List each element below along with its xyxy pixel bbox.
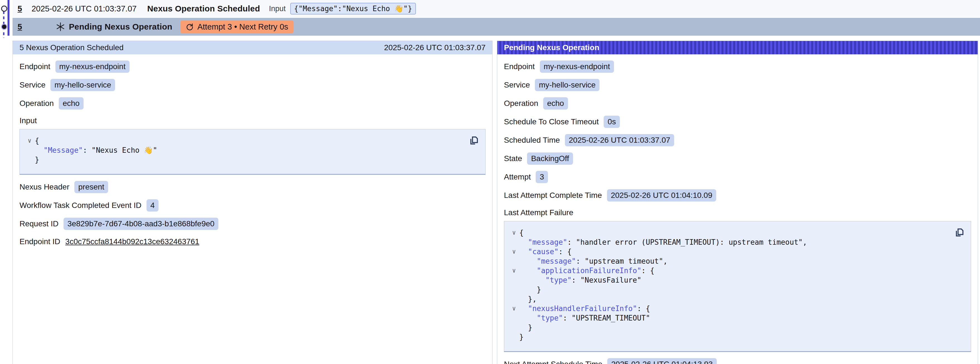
code-text: } <box>35 155 39 164</box>
field-value-chip: 2025-02-26 UTC 01:04:13.93 <box>607 358 716 364</box>
field-label: Workflow Task Completed Event ID <box>19 201 142 210</box>
code-gutter <box>509 238 519 247</box>
code-text: }, <box>519 294 537 304</box>
timeline-event-dot[interactable] <box>1 6 7 12</box>
code-text: } <box>519 323 532 332</box>
field-label: Nexus Header <box>19 182 69 192</box>
code-line: ∨ "cause": { <box>509 247 948 256</box>
field-label: Operation <box>19 99 54 108</box>
code-line: ∨ "applicationFailureInfo": { <box>509 266 948 275</box>
input-code-block: ∨{ "Message": "Nexus Echo 👋"} <box>19 129 485 175</box>
code-line: "type": "NexusFailure" <box>509 275 948 285</box>
field-row: Request ID3e829b7e-7d67-4b08-aad3-b1e868… <box>13 218 492 230</box>
field-label: Operation <box>504 99 538 108</box>
field-value-chip: 0s <box>604 116 620 128</box>
field-label: Attempt <box>504 172 531 182</box>
input-section-label: Input <box>19 116 485 125</box>
event-id-link[interactable]: 5 <box>18 4 22 13</box>
event-title: Nexus Operation Scheduled <box>147 4 260 13</box>
copy-button[interactable] <box>468 134 480 147</box>
code-gutter <box>24 155 35 164</box>
field-row: Endpointmy-nexus-endpoint <box>497 61 978 73</box>
event-timestamp: 2025-02-26 UTC 01:03:37.07 <box>32 4 137 13</box>
code-gutter <box>509 294 519 304</box>
field-value-chip: echo <box>59 97 84 110</box>
code-text: "applicationFailureInfo": { <box>519 266 654 275</box>
field-row: Workflow Task Completed Event ID4 <box>13 199 492 212</box>
code-line: "Message": "Nexus Echo 👋" <box>24 145 463 155</box>
field-value-link[interactable]: 3c0c75ccfa8144b092c13ce632463761 <box>65 237 199 246</box>
event-panel-title: 5 Nexus Operation Scheduled <box>19 43 124 52</box>
event-detail-panel: 5 Nexus Operation Scheduled 2025-02-26 U… <box>13 41 493 364</box>
code-line: }, <box>509 294 948 304</box>
field-label: Next Attempt Schedule Time <box>504 360 602 364</box>
event-input-chip: {"Message":"Nexus Echo 👋"} <box>290 3 416 14</box>
code-gutter <box>509 313 519 323</box>
field-value-chip: present <box>75 181 108 193</box>
failure-code-block: ∨{ "message": "handler error (UPSTREAM_T… <box>504 221 971 352</box>
copy-icon <box>954 227 965 238</box>
code-text: { <box>35 136 39 145</box>
code-gutter <box>509 285 519 294</box>
retry-icon <box>186 22 194 31</box>
timeline-active-bar <box>8 0 10 36</box>
json-collapse-chevron[interactable]: ∨ <box>509 247 519 256</box>
field-value-chip: 2025-02-26 UTC 01:03:37.07 <box>565 134 674 146</box>
pending-panel-header: Pending Nexus Operation <box>497 41 978 54</box>
field-row: StateBackingOff <box>497 152 978 165</box>
field-label: Request ID <box>19 219 59 228</box>
code-gutter <box>24 145 35 155</box>
code-text: "type": "NexusFailure" <box>519 275 641 285</box>
code-text: "message": "handler error (UPSTREAM_TIME… <box>519 238 807 247</box>
timeline-pending-dot[interactable] <box>1 24 7 30</box>
code-text: "cause": { <box>519 247 572 256</box>
field-row: Scheduled Time2025-02-26 UTC 01:03:37.07 <box>497 134 978 146</box>
failure-section-label: Last Attempt Failure <box>504 208 971 217</box>
field-row: Operationecho <box>497 97 978 110</box>
code-line: } <box>509 285 948 294</box>
code-text: } <box>519 285 541 294</box>
field-value-chip: my-nexus-endpoint <box>540 61 614 73</box>
json-collapse-chevron[interactable]: ∨ <box>509 304 519 313</box>
json-collapse-chevron[interactable]: ∨ <box>24 136 35 145</box>
code-line: } <box>509 323 948 332</box>
retry-badge-label: Attempt 3 • Next Retry 0s <box>197 22 288 32</box>
field-row: Nexus Headerpresent <box>13 181 492 193</box>
field-label: Last Attempt Complete Time <box>504 191 602 200</box>
field-row: Endpoint ID3c0c75ccfa8144b092c13ce632463… <box>13 236 492 247</box>
field-label: Schedule To Close Timeout <box>504 117 599 126</box>
field-value-chip: my-hello-service <box>535 79 600 91</box>
code-line: "message": "handler error (UPSTREAM_TIME… <box>509 238 948 247</box>
code-text: "message": "upstream timeout", <box>519 256 667 266</box>
event-input-label: Input <box>269 5 286 13</box>
field-label: Service <box>19 81 45 89</box>
pending-id-link[interactable]: 5 <box>18 22 22 32</box>
field-value-chip: 2025-02-26 UTC 01:04:10.09 <box>607 189 716 201</box>
event-panel-timestamp: 2025-02-26 UTC 01:03:37.07 <box>384 43 485 52</box>
code-text: "nexusHandlerFailureInfo": { <box>519 304 650 313</box>
code-line: ∨{ <box>24 136 463 145</box>
code-line: ∨{ <box>509 228 948 238</box>
code-gutter <box>509 323 519 332</box>
code-gutter <box>509 332 519 342</box>
field-value-chip: 3 <box>536 171 548 183</box>
pending-panel-title: Pending Nexus Operation <box>504 43 599 52</box>
pending-detail-panel: Pending Nexus Operation Endpointmy-nexus… <box>497 41 978 364</box>
field-label: Scheduled Time <box>504 136 560 145</box>
field-label: State <box>504 154 522 163</box>
field-row: Last Attempt Complete Time2025-02-26 UTC… <box>497 189 978 201</box>
json-collapse-chevron[interactable]: ∨ <box>509 266 519 275</box>
field-row: Schedule To Close Timeout0s <box>497 116 978 128</box>
event-panel-header: 5 Nexus Operation Scheduled 2025-02-26 U… <box>13 41 492 54</box>
json-collapse-chevron[interactable]: ∨ <box>509 228 519 238</box>
code-gutter <box>509 275 519 285</box>
code-line: } <box>24 155 463 164</box>
code-text: "type": "UPSTREAM_TIMEOUT" <box>519 313 650 323</box>
event-row-scheduled[interactable]: 5 2025-02-26 UTC 01:03:37.07 Nexus Opera… <box>13 0 980 17</box>
code-line: "type": "UPSTREAM_TIMEOUT" <box>509 313 948 323</box>
field-row: Next Attempt Schedule Time2025-02-26 UTC… <box>497 358 978 364</box>
nexus-asterisk-icon <box>56 22 65 32</box>
code-gutter <box>509 256 519 266</box>
copy-button[interactable] <box>953 226 966 239</box>
pending-operation-row[interactable]: 5 Pending Nexus Operation Attempt 3 • Ne… <box>13 18 980 36</box>
